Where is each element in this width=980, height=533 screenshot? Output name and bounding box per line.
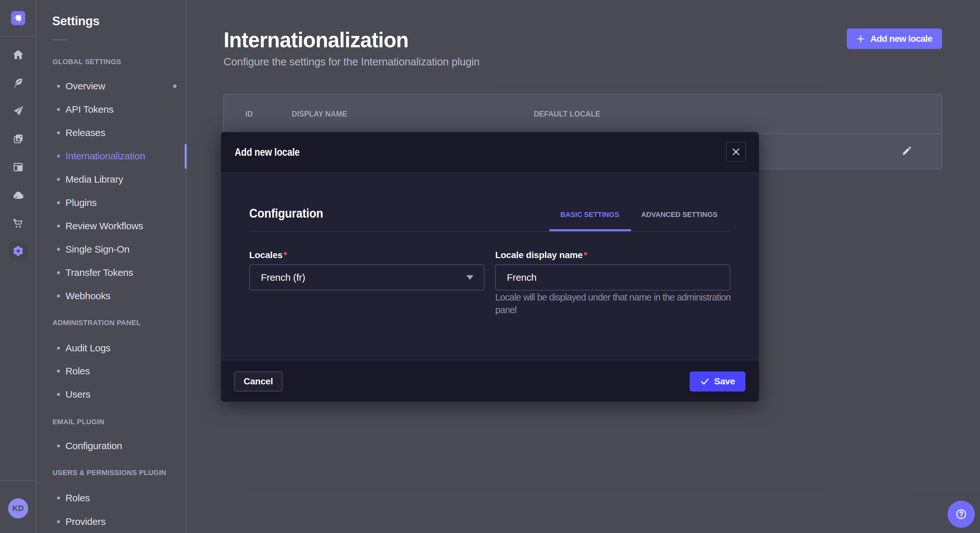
configuration-section-title: Configuration — [249, 206, 323, 220]
tab-basic-settings[interactable]: BASIC SETTINGS — [549, 205, 630, 224]
required-asterisk: * — [583, 250, 587, 260]
display-name-input[interactable] — [495, 264, 730, 290]
cancel-button[interactable]: Cancel — [234, 371, 283, 392]
modal-close-button[interactable] — [726, 142, 746, 162]
locales-label: Locales* — [249, 250, 287, 260]
required-asterisk: * — [283, 250, 287, 260]
display-name-label: Locale display name* — [495, 250, 587, 260]
tab-advanced-settings[interactable]: ADVANCED SETTINGS — [630, 205, 728, 224]
modal-header: Add new locale — [221, 132, 759, 173]
tabs-divider — [249, 231, 730, 232]
add-locale-modal: Add new locale Configuration BASIC SETTI… — [221, 132, 759, 401]
modal-footer: Cancel Save — [221, 360, 759, 401]
locales-select-value: French (fr) — [261, 272, 305, 283]
display-name-hint: Locale will be displayed under that name… — [495, 291, 741, 316]
modal-title: Add new locale — [235, 146, 300, 159]
app-root: KD Settings GLOBAL SETTINGSOverviewAPI T… — [0, 0, 980, 533]
save-button[interactable]: Save — [690, 371, 745, 392]
active-tab-underline — [549, 229, 631, 231]
locales-select[interactable]: French (fr) — [249, 264, 485, 290]
modal-body: Configuration BASIC SETTINGS ADVANCED SE… — [221, 173, 759, 360]
caret-down-icon — [466, 275, 474, 280]
check-icon — [700, 377, 710, 386]
close-icon — [732, 148, 740, 156]
modal-tabs: BASIC SETTINGS ADVANCED SETTINGS — [549, 205, 729, 224]
